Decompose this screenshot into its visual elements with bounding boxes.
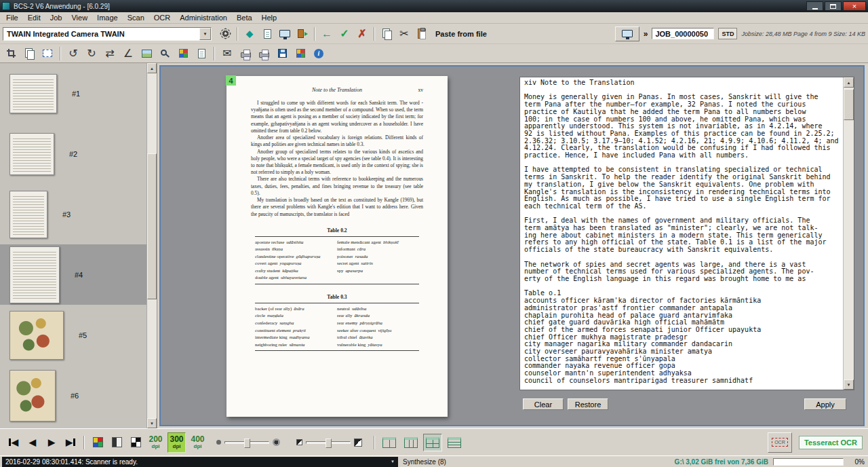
select-area-icon[interactable] [39,45,56,62]
close-button[interactable]: × [843,1,866,11]
scanned-page-preview[interactable]: Note to the Translation xv I struggled t… [226,76,448,417]
thumbnail-row-selected[interactable]: #4 [0,244,157,305]
chevron-down-icon[interactable]: ▼ [391,460,395,464]
image-frame-icon[interactable] [138,45,155,62]
minimize-button[interactable] [806,1,823,11]
slider-thumb[interactable] [326,438,332,448]
brightness-slider[interactable] [216,438,280,446]
paste-page-icon[interactable] [414,26,430,42]
mirror-icon[interactable]: ⇄ [102,45,118,62]
view-list-button[interactable] [445,434,464,451]
scroll-down-icon[interactable]: ▼ [844,379,854,390]
clear-button[interactable]: Clear [523,398,564,410]
import-door-icon[interactable] [294,26,311,42]
menu-item[interactable]: Beta [232,13,257,22]
scrollbar-track[interactable] [147,73,157,418]
page-thumbnail[interactable] [9,191,47,238]
view-single-button[interactable] [380,434,399,451]
page-thumbnail[interactable] [9,370,56,422]
menu-item[interactable]: Scan [123,13,149,22]
scroll-up-icon[interactable]: ▲ [147,63,157,73]
view-two-pages-button[interactable] [401,434,420,451]
page-thumbnail[interactable] [9,74,57,113]
zoom-icon[interactable] [157,45,173,62]
ocr-text[interactable]: xiv Note to the Translation Money is gen… [520,77,843,390]
apply-button[interactable]: Apply [804,398,846,410]
slider-thumb[interactable] [244,438,250,448]
page-thumbnail[interactable] [9,311,64,360]
progress-percent: 0% [848,458,866,466]
status-message-combo[interactable]: 2016-02-29 08:30:01.414: Scanner is read… [2,457,398,467]
ocr-scrollbar[interactable]: ▲ ▼ [843,77,854,390]
menu-item[interactable]: File [1,13,23,22]
deskew-icon[interactable]: ∠ [120,45,136,62]
grayscale-mode-button[interactable] [108,434,125,451]
scan-page-icon[interactable] [259,26,275,42]
slider-track[interactable] [306,441,351,444]
scanner-select[interactable]: TWAIN Integrated Camera TWAIN ▼ [3,27,212,41]
scrollbar-thumb[interactable] [147,153,157,299]
toolbar-overflow-chevron[interactable]: » [644,29,648,39]
accept-check-icon[interactable]: ✓ [336,26,353,42]
display-transfer-icon[interactable] [277,26,293,42]
thumbnail-row[interactable]: #3 [0,184,157,244]
page-thumbnail[interactable] [9,246,60,303]
view-grid-button[interactable] [423,434,442,451]
dpi-300-button[interactable]: 300 dpi [167,432,186,453]
next-page-button[interactable]: ▶ [43,434,60,451]
menu-item[interactable]: Job [45,13,67,22]
menu-item[interactable]: Image [92,13,123,22]
scrollbar-track[interactable] [844,88,854,379]
dpi-400-button[interactable]: 400 dpi [189,432,207,453]
menu-item[interactable]: Administration [175,13,232,22]
undo-icon[interactable]: ← [319,26,335,42]
color-mode-button[interactable] [90,434,106,451]
chevron-down-icon[interactable]: ▼ [199,28,211,40]
thumbnail-row[interactable]: #1 [0,63,157,124]
ocr-engine-label[interactable]: Tesseract OCR [799,436,863,449]
thumbnail-scrollbar[interactable]: ▲ ▼ [146,63,157,428]
info-icon[interactable]: i [311,45,327,62]
delete-cross-icon[interactable]: ✗ [354,26,370,42]
slider-track[interactable] [224,441,269,444]
bw-mode-button[interactable] [127,434,144,451]
dpi-200-button[interactable]: 200 dpi [146,432,165,453]
page-thumbnail[interactable] [9,133,54,175]
menu-item[interactable]: Edit [23,13,45,22]
menu-item[interactable]: Help [257,13,282,22]
save-icon[interactable] [274,45,290,62]
prev-page-button[interactable]: ◀ [24,434,41,451]
page-text-icon[interactable] [193,45,210,62]
settings-gear-icon[interactable] [217,26,233,42]
job-id-field[interactable]: JOB_00000050 [652,28,714,39]
thumbnail-row[interactable]: #2 [0,124,157,184]
ocr-area-button[interactable]: OCR [768,432,792,453]
scroll-up-icon[interactable]: ▲ [844,77,854,88]
color-settings-icon[interactable] [175,45,191,62]
print-all-icon[interactable] [256,45,272,62]
print-icon[interactable] [237,45,254,62]
synthesize-label[interactable]: Synthesize (8) [403,458,446,466]
thumbnail-row[interactable]: #6 [0,365,157,426]
scroll-down-icon[interactable]: ▼ [147,418,157,428]
rotate-left-icon[interactable]: ↺ [65,45,81,62]
maximize-button[interactable] [825,1,842,11]
scrollbar-thumb[interactable] [844,89,854,120]
first-page-button[interactable]: ◀ [5,434,22,451]
batch-export-icon[interactable] [292,45,309,62]
cut-scissors-icon[interactable]: ✂ [396,26,412,42]
scanner-display-button[interactable] [615,26,639,41]
email-icon[interactable]: ✉ [219,45,235,62]
thumbnail-row[interactable]: #5 [0,305,157,365]
rotate-right-icon[interactable]: ↻ [83,45,100,62]
menu-item[interactable]: OCR [149,13,175,22]
scan-profile-icon[interactable]: ◆ [241,26,258,42]
last-page-button[interactable]: ▶ [62,434,79,451]
contrast-slider[interactable] [296,438,362,447]
paste-from-file-label[interactable]: Paste from file [435,30,487,38]
copy-page-icon[interactable] [378,26,395,42]
split-pages-icon[interactable] [21,45,37,62]
crop-icon[interactable] [3,45,19,62]
restore-button[interactable]: Restore [568,398,608,410]
menu-item[interactable]: View [66,13,92,22]
